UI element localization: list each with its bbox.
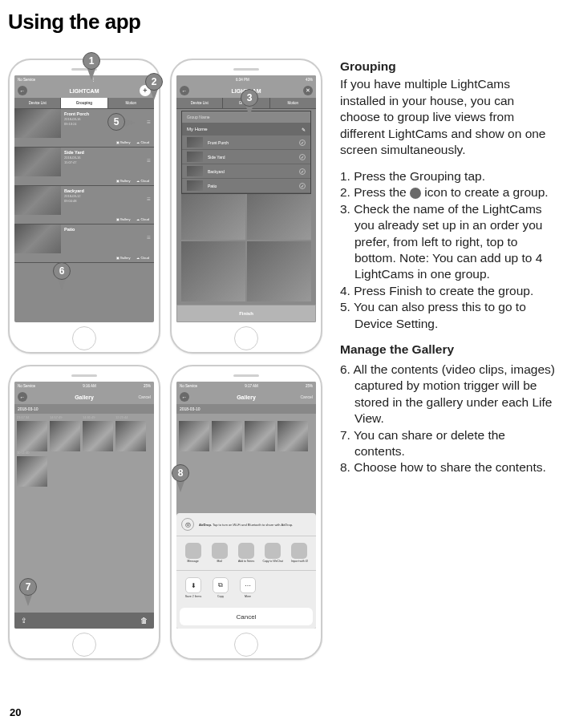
gallery-button[interactable]: ▣ Gallery bbox=[116, 256, 131, 260]
share-app-message[interactable]: Message bbox=[181, 543, 205, 564]
callout-5: 5 bbox=[107, 113, 125, 131]
gallery-thumbnail[interactable]: 10:51:40 bbox=[17, 456, 47, 487]
cloud-button[interactable]: ☁ Cloud bbox=[136, 179, 149, 183]
group-item[interactable]: Side Yard ✓ bbox=[182, 150, 310, 164]
step-6: 6. All the contents (video clips, images… bbox=[340, 362, 555, 427]
callout-5-arrow bbox=[124, 119, 136, 127]
home-button[interactable] bbox=[72, 326, 96, 350]
camera-thumbnail bbox=[14, 148, 61, 176]
callout-1: 1 bbox=[83, 52, 100, 70]
share-sheet: ◎ AirDrop. Tap to turn on Wi-Fi and Blue… bbox=[176, 513, 316, 629]
step-4: 4. Press Finish to create the group. bbox=[340, 283, 555, 299]
callout-7-arrow bbox=[24, 595, 32, 606]
preview-cell bbox=[181, 241, 245, 301]
share-app-mail[interactable]: Mail bbox=[208, 543, 231, 564]
step-3: 3. Check the name of the LightCams you a… bbox=[340, 201, 555, 283]
check-icon[interactable]: ✓ bbox=[299, 154, 306, 160]
check-icon[interactable]: ✓ bbox=[299, 183, 306, 189]
tab-device-list[interactable]: Device List bbox=[176, 98, 223, 108]
edit-icon[interactable]: ✎ bbox=[302, 127, 306, 132]
back-icon[interactable]: ← bbox=[180, 86, 189, 95]
check-icon[interactable]: ✓ bbox=[299, 168, 306, 175]
gallery-thumbnail[interactable]: 14:57:49 bbox=[50, 421, 80, 451]
menu-icon[interactable]: ≡ bbox=[147, 234, 151, 241]
cancel-button[interactable]: Cancel bbox=[180, 608, 313, 625]
menu-icon[interactable]: ≡ bbox=[147, 196, 151, 203]
page-number: 20 bbox=[10, 706, 21, 718]
step-8: 8. Choose how to share the contents. bbox=[340, 459, 555, 475]
menu-icon[interactable]: ≡ bbox=[147, 119, 151, 126]
back-icon[interactable]: ← bbox=[18, 86, 27, 95]
gallery-button[interactable]: ▣ Gallery bbox=[116, 217, 131, 221]
back-icon[interactable]: ← bbox=[180, 392, 189, 402]
tab-motion[interactable]: Motion bbox=[108, 98, 154, 108]
cancel-link[interactable]: Cancel bbox=[300, 394, 313, 399]
finish-button[interactable]: Finish bbox=[176, 305, 316, 322]
date-header: 2018-03-10 bbox=[14, 404, 154, 414]
group-name-input[interactable]: My Home ✎ bbox=[182, 123, 310, 135]
step-7: 7. You can share or delete the contents. bbox=[340, 427, 555, 460]
airdrop-icon[interactable]: ◎ bbox=[181, 518, 194, 531]
menu-icon[interactable]: ≡ bbox=[147, 157, 151, 164]
phone-mockup-1: No Service ⋮ ← LIGHTCAM + Device List Gr… bbox=[8, 59, 160, 354]
cancel-link[interactable]: Cancel bbox=[138, 394, 151, 399]
gallery-thumbnail[interactable]: 14:31:49 bbox=[83, 421, 113, 451]
share-icon[interactable]: ⇪ bbox=[21, 617, 27, 625]
group-item[interactable]: Backyard ✓ bbox=[182, 164, 310, 179]
page-title: Using the app bbox=[8, 10, 555, 34]
gallery-thumbnail[interactable] bbox=[212, 421, 242, 451]
date-header: 2018-03-10 bbox=[176, 404, 316, 414]
tab-grouping[interactable]: Grouping bbox=[61, 98, 107, 108]
plus-icon: + bbox=[410, 188, 421, 199]
camera-card[interactable]: Patio ≡ ▣ Gallery ☁ Cloud bbox=[14, 224, 154, 263]
gallery-button[interactable]: ▣ Gallery bbox=[116, 140, 131, 144]
callout-6: 6 bbox=[53, 262, 71, 280]
home-button[interactable] bbox=[72, 633, 96, 657]
camera-thumbnail bbox=[14, 224, 61, 253]
camera-card[interactable]: Side Yard 2018-03-16 15:07:47 ≡ ▣ Galler… bbox=[14, 148, 154, 186]
preview-cell bbox=[247, 241, 311, 301]
camera-card[interactable]: Backyard 2018-03-12 09:04:48 ≡ ▣ Gallery… bbox=[14, 186, 154, 224]
share-app-import[interactable]: Import with iD bbox=[288, 543, 311, 564]
gallery-thumbnail[interactable] bbox=[179, 421, 209, 451]
gallery-thumbnail[interactable]: 21:17 34 bbox=[17, 421, 47, 451]
check-icon[interactable]: ✓ bbox=[299, 140, 306, 146]
group-item[interactable]: Patio ✓ bbox=[182, 179, 310, 193]
cloud-button[interactable]: ☁ Cloud bbox=[136, 217, 149, 221]
share-action-more[interactable]: ⋯More bbox=[236, 577, 260, 598]
cloud-button[interactable]: ☁ Cloud bbox=[136, 256, 149, 260]
callout-3: 3 bbox=[241, 89, 258, 107]
instructions-column: Grouping If you have multiple LightCams … bbox=[340, 59, 555, 660]
back-icon[interactable]: ← bbox=[18, 392, 27, 402]
phone-mockup-4: No Service 9:17 AM 25% ← Gallery Cancel … bbox=[170, 365, 322, 660]
callout-2: 2 bbox=[145, 73, 163, 91]
close-icon[interactable]: ✕ bbox=[303, 86, 313, 95]
cloud-button[interactable]: ☁ Cloud bbox=[136, 140, 149, 144]
gallery-thumbnail[interactable] bbox=[245, 421, 275, 451]
group-item[interactable]: Front Porch ✓ bbox=[182, 135, 310, 150]
gallery-button[interactable]: ▣ Gallery bbox=[116, 179, 131, 183]
step-1: 1. Press the Grouping tap. bbox=[340, 168, 555, 184]
tab-motion[interactable]: Motion bbox=[270, 98, 316, 108]
app-header: ← Gallery Cancel bbox=[14, 390, 154, 404]
tab-device-list[interactable]: Device List bbox=[14, 98, 61, 108]
share-action-save[interactable]: ⬇Save 2 Items bbox=[181, 577, 205, 598]
share-app-wechat[interactable]: Copy to WeChat bbox=[261, 543, 285, 564]
callout-7: 7 bbox=[19, 578, 37, 596]
share-action-copy[interactable]: ⧉Copy bbox=[209, 577, 233, 598]
group-modal: Group Name My Home ✎ Front Porch ✓ bbox=[181, 111, 311, 194]
callout-3-arrow bbox=[245, 105, 253, 116]
share-app-notes[interactable]: Add to Notes bbox=[234, 543, 257, 564]
gallery-thumbnail[interactable] bbox=[277, 421, 308, 451]
camera-list: Front Porch 2018-03-16 09:13:24 ≡ ▣ Gall… bbox=[14, 109, 154, 263]
step-5: 5. You can also press this to go to Devi… bbox=[340, 299, 555, 332]
gallery-thumbnail[interactable]: 12:21:44 bbox=[115, 421, 146, 451]
status-bar: No Service 9:17 AM 25% bbox=[176, 382, 316, 390]
app-header: ← Gallery Cancel bbox=[176, 390, 316, 404]
home-button[interactable] bbox=[234, 326, 258, 350]
callout-6-arrow bbox=[58, 279, 66, 290]
trash-icon[interactable]: 🗑 bbox=[140, 617, 148, 625]
camera-card[interactable]: Front Porch 2018-03-16 09:13:24 ≡ ▣ Gall… bbox=[14, 109, 154, 148]
home-button[interactable] bbox=[234, 633, 258, 657]
callout-2-arrow bbox=[150, 89, 158, 100]
